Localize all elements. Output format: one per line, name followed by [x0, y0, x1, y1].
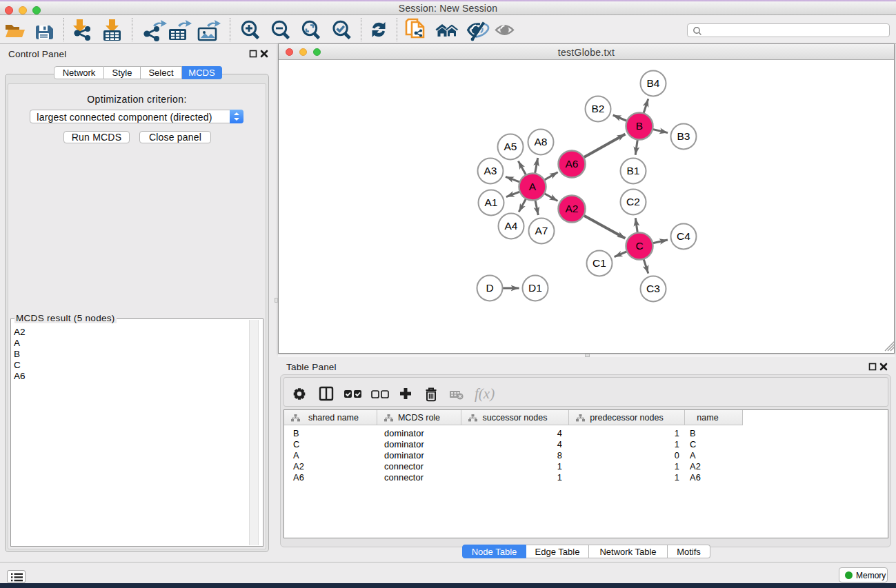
svg-text:A8: A8 — [535, 136, 548, 148]
svg-text:B1: B1 — [627, 165, 640, 176]
svg-text:A1: A1 — [485, 196, 498, 208]
svg-text:C4: C4 — [677, 230, 690, 242]
svg-text:B2: B2 — [592, 103, 605, 114]
svg-text:C3: C3 — [646, 283, 660, 294]
svg-text:A2: A2 — [566, 203, 579, 214]
svg-text:C2: C2 — [626, 196, 640, 207]
svg-text:B4: B4 — [647, 77, 660, 89]
svg-text:C: C — [635, 240, 643, 252]
svg-text:A3: A3 — [484, 165, 497, 176]
svg-text:C1: C1 — [593, 257, 606, 269]
svg-text:A: A — [529, 181, 537, 192]
svg-text:B3: B3 — [677, 130, 690, 142]
svg-text:A4: A4 — [505, 220, 518, 232]
svg-text:B: B — [636, 120, 643, 132]
svg-text:A6: A6 — [566, 158, 579, 170]
svg-text:D: D — [486, 282, 493, 294]
svg-text:D1: D1 — [528, 282, 542, 294]
svg-text:A5: A5 — [504, 141, 517, 152]
svg-text:A7: A7 — [535, 225, 548, 236]
svg-text:f(x): f(x) — [475, 385, 495, 402]
